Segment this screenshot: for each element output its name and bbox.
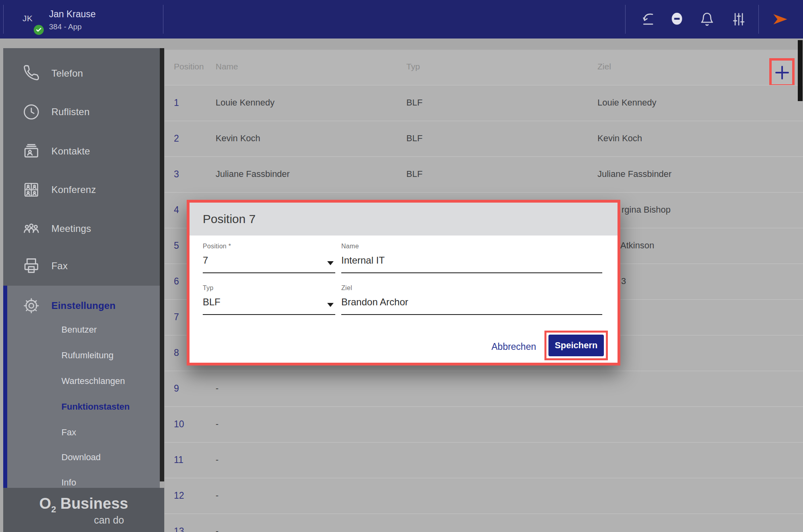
- brand-logo: O2 Business: [3, 495, 164, 515]
- sidebar-item-kontakte[interactable]: Kontakte: [3, 139, 160, 164]
- sidebar-subitem-label: Info: [61, 477, 76, 488]
- cancel-button[interactable]: Abbrechen: [491, 341, 536, 352]
- cell-name: Louie Kennedy: [216, 97, 275, 108]
- sidebar-subitem-funktionstasten[interactable]: Funktionstasten: [3, 400, 160, 414]
- conference-grid-icon: [20, 179, 43, 201]
- table-row[interactable]: 10-: [165, 406, 803, 442]
- sidebar-subitem-label: Warteschlangen: [61, 376, 125, 386]
- sidebar-subitem-label: Funktionstasten: [61, 402, 130, 412]
- typ-select-value: BLF: [203, 296, 220, 307]
- sidebar-subitem-benutzer[interactable]: Benutzer: [3, 323, 160, 337]
- avatar[interactable]: JK: [22, 14, 33, 23]
- column-header-ziel: Ziel: [597, 62, 611, 71]
- call-redirect-icon[interactable]: [640, 11, 656, 27]
- chevron-down-icon[interactable]: [327, 303, 334, 307]
- ziel-input[interactable]: Brandon Archor: [341, 296, 602, 315]
- sidebar-item-label: Einstellungen: [51, 300, 116, 311]
- sidebar: Telefon Ruflisten Kontakte: [3, 48, 160, 532]
- table-scrollbar-thumb[interactable]: [798, 40, 803, 101]
- cell-name: -: [216, 490, 218, 501]
- cell-position: 4: [174, 205, 179, 215]
- user-extension: 384 - App: [49, 22, 82, 31]
- column-header-position: Position: [174, 62, 204, 71]
- sidebar-subitem-rufumleitung[interactable]: Rufumleitung: [3, 349, 160, 362]
- topbar-divider: [758, 5, 759, 34]
- cell-typ: BLF: [406, 133, 422, 144]
- save-button[interactable]: Speichern: [548, 335, 604, 356]
- sidebar-item-konferenz[interactable]: Konferenz: [3, 177, 160, 202]
- table-row[interactable]: 3Juliane FassbinderBLFJuliane Fassbinder: [165, 156, 803, 192]
- cell-position: 5: [174, 240, 179, 251]
- table-row[interactable]: 12-: [165, 478, 803, 514]
- add-function-key-button[interactable]: [769, 58, 795, 87]
- name-field-label: Name: [341, 243, 359, 250]
- cell-position: 12: [174, 490, 184, 501]
- sidebar-subitem-label: Rufumleitung: [61, 350, 114, 361]
- notifications-bell-icon[interactable]: [699, 11, 715, 27]
- plus-icon: [774, 65, 790, 81]
- presence-badge-icon: [34, 25, 44, 35]
- cell-position: 13: [174, 526, 184, 532]
- cell-name: -: [216, 383, 218, 394]
- cell-position: 10: [174, 419, 184, 430]
- cell-name: -: [216, 455, 218, 465]
- sidebar-item-label: Ruflisten: [51, 106, 90, 118]
- sidebar-item-label: Telefon: [51, 68, 83, 79]
- column-header-typ: Typ: [406, 62, 420, 71]
- dialog-header: Position 7: [190, 203, 618, 236]
- cell-position: 8: [174, 347, 179, 358]
- table-row[interactable]: 2Kevin KochBLFKevin Koch: [165, 121, 803, 156]
- sidebar-subitem-info[interactable]: Info: [3, 476, 160, 489]
- sidebar-subitem-label: Benutzer: [61, 325, 97, 335]
- sidebar-item-label: Kontakte: [51, 146, 90, 157]
- brand-tagline: can do: [94, 514, 124, 526]
- cell-position: 6: [174, 276, 179, 287]
- position-dialog: Position 7 Position * 7 Name Internal IT…: [187, 200, 620, 365]
- topbar-divider: [163, 5, 163, 34]
- position-field-label: Position *: [203, 243, 231, 250]
- cell-name: -: [216, 419, 218, 429]
- sidebar-item-ruflisten[interactable]: Ruflisten: [3, 99, 160, 124]
- sidebar-subitem-fax[interactable]: Fax: [3, 426, 160, 439]
- table-row[interactable]: 13-: [165, 514, 803, 532]
- cell-position: 2: [174, 133, 179, 144]
- cell-typ: BLF: [406, 169, 422, 179]
- sidebar-item-label: Meetings: [51, 223, 91, 234]
- sidebar-item-telefon[interactable]: Telefon: [3, 61, 160, 86]
- name-input[interactable]: Internal IT: [341, 255, 602, 273]
- clock-icon: [20, 101, 43, 123]
- ziel-field-label: Ziel: [341, 284, 352, 292]
- people-icon: [20, 217, 43, 240]
- sidebar-item-label: Fax: [51, 260, 68, 272]
- topbar-divider: [625, 5, 626, 34]
- table-header: Position Name Typ Ziel: [165, 50, 803, 85]
- chevron-down-icon[interactable]: [327, 261, 334, 265]
- sidebar-item-einstellungen[interactable]: Einstellungen: [3, 293, 160, 318]
- sidebar-subitem-label: Download: [61, 452, 101, 463]
- sidebar-subitem-warteschlangen[interactable]: Warteschlangen: [3, 374, 160, 388]
- sliders-icon[interactable]: [731, 11, 747, 27]
- position-select[interactable]: 7: [203, 255, 335, 273]
- do-not-disturb-icon[interactable]: [669, 11, 685, 27]
- cell-name: Kevin Koch: [216, 133, 260, 144]
- typ-select[interactable]: BLF: [203, 296, 335, 315]
- position-select-value: 7: [203, 255, 208, 266]
- send-arrow-icon[interactable]: [772, 11, 788, 27]
- sidebar-scrollbar[interactable]: [160, 48, 164, 481]
- cell-typ: BLF: [406, 97, 422, 108]
- table-row[interactable]: 11-: [165, 442, 803, 478]
- cell-ziel: Juliane Fassbinder: [597, 169, 672, 179]
- app-window: JK Jan Krause 384 - App: [0, 0, 803, 532]
- sidebar-item-label: Konferenz: [51, 184, 96, 195]
- cell-name: -: [216, 526, 218, 532]
- sidebar-item-meetings[interactable]: Meetings: [3, 216, 160, 241]
- sidebar-subitem-download[interactable]: Download: [3, 451, 160, 464]
- phone-icon: [20, 62, 43, 85]
- typ-field-label: Typ: [203, 284, 214, 292]
- table-row[interactable]: 9-: [165, 371, 803, 406]
- sidebar-item-fax[interactable]: Fax: [3, 254, 160, 278]
- contact-card-icon: [20, 140, 43, 162]
- sidebar-subitem-label: Fax: [61, 427, 76, 438]
- table-row[interactable]: 1Louie KennedyBLFLouie Kennedy: [165, 85, 803, 121]
- cell-name: Juliane Fassbinder: [216, 169, 290, 179]
